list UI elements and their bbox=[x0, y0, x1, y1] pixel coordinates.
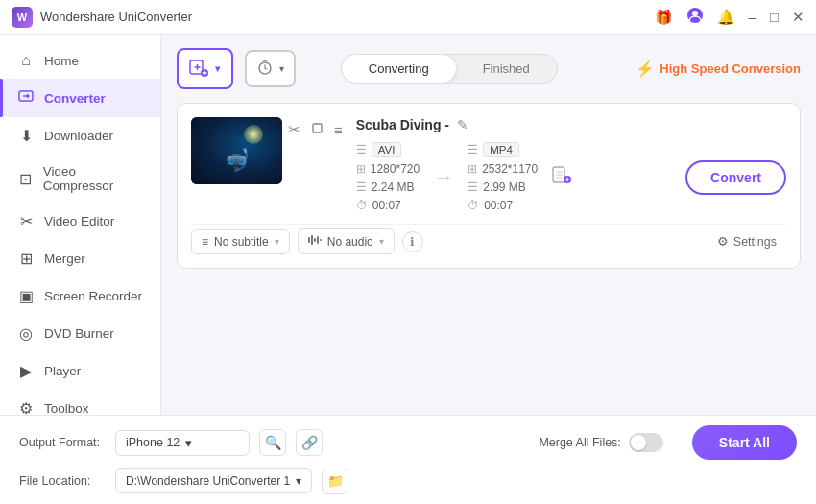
title-bar-left: W Wondershare UniConverter bbox=[12, 7, 192, 28]
target-duration-item: ⏱ 00:07 bbox=[468, 199, 538, 212]
sidebar-item-dvd-burner[interactable]: ◎ DVD Burner bbox=[0, 315, 160, 352]
maximize-icon[interactable]: □ bbox=[770, 9, 779, 25]
sidebar-item-toolbox[interactable]: ⚙ Toolbox bbox=[0, 390, 160, 415]
cut-icon[interactable]: ✂ bbox=[288, 121, 300, 138]
file-card: 🤿 ✂ ≡ bbox=[177, 103, 801, 269]
output-format-select[interactable]: iPhone 12 ▾ bbox=[115, 430, 250, 456]
toolbar: ▾ ▾ Converting Finished bbox=[177, 48, 801, 89]
close-icon[interactable]: ✕ bbox=[792, 9, 804, 26]
effects-icon[interactable]: ≡ bbox=[334, 122, 343, 138]
convert-button[interactable]: Convert bbox=[685, 160, 786, 195]
sidebar-item-label: Video Editor bbox=[44, 214, 114, 228]
crop-icon[interactable] bbox=[310, 121, 324, 138]
thumbnail-action-bar: ✂ ≡ bbox=[288, 117, 343, 142]
file-location-value: D:\Wondershare UniConverter 1 bbox=[126, 474, 290, 488]
add-file-button[interactable]: ▾ bbox=[177, 48, 233, 89]
format-chevron-icon: ▾ bbox=[185, 436, 192, 450]
sidebar-item-downloader[interactable]: ⬇ Downloader bbox=[0, 117, 160, 155]
minimize-icon[interactable]: – bbox=[749, 9, 756, 25]
subtitle-select[interactable]: ≡ No subtitle ▾ bbox=[191, 229, 290, 254]
tab-group: Converting Finished bbox=[341, 54, 558, 84]
bell-icon[interactable]: 🔔 bbox=[717, 9, 735, 26]
format-settings-icon[interactable] bbox=[551, 164, 572, 190]
converter-icon bbox=[17, 88, 35, 108]
svg-rect-6 bbox=[313, 124, 322, 132]
bottom-row-location: File Location: D:\Wondershare UniConvert… bbox=[19, 468, 797, 494]
search-format-button[interactable]: 🔍 bbox=[259, 429, 286, 456]
output-format-value: iPhone 12 bbox=[126, 436, 180, 449]
settings-link-button[interactable]: ⚙ Settings bbox=[708, 229, 786, 253]
target-resolution-item: ⊞ 2532*1170 bbox=[468, 162, 538, 176]
main-layout: ⌂ Home Converter ⬇ Downloader ⊡ Video Co… bbox=[0, 35, 816, 415]
source-size-item: ☰ 2.24 MB bbox=[356, 180, 420, 194]
high-speed-badge[interactable]: ⚡ High Speed Conversion bbox=[636, 60, 801, 78]
file-actions: ✂ ≡ bbox=[288, 117, 343, 142]
target-format-icon: ☰ bbox=[468, 143, 478, 156]
subtitle-label: No subtitle bbox=[214, 235, 269, 249]
gift-icon[interactable]: 🎁 bbox=[655, 9, 673, 26]
edit-filename-icon[interactable]: ✎ bbox=[457, 117, 468, 132]
thumbnail-light bbox=[244, 125, 263, 144]
dvd-burner-icon: ◎ bbox=[17, 324, 35, 343]
speed-label: High Speed Conversion bbox=[660, 61, 801, 76]
tab-finished[interactable]: Finished bbox=[456, 55, 557, 83]
conversion-settings-button[interactable]: ▾ bbox=[245, 50, 296, 87]
account-icon[interactable] bbox=[686, 7, 704, 27]
sidebar-item-label: Home bbox=[44, 54, 79, 68]
source-resolution: 1280*720 bbox=[371, 162, 420, 176]
sidebar-item-label: Converter bbox=[44, 91, 106, 106]
target-size: 2.99 MB bbox=[483, 180, 526, 194]
sidebar-item-player[interactable]: ▶ Player bbox=[0, 352, 160, 390]
sidebar-item-converter[interactable]: Converter bbox=[0, 79, 160, 117]
toggle-thumb bbox=[631, 435, 646, 450]
svg-rect-10 bbox=[311, 235, 313, 245]
target-format-item: ☰ MP4 bbox=[468, 142, 538, 157]
source-duration-item: ⏱ 00:07 bbox=[356, 199, 420, 212]
target-duration: 00:07 bbox=[484, 199, 513, 212]
audio-select[interactable]: No audio ▾ bbox=[298, 228, 395, 254]
player-icon: ▶ bbox=[17, 362, 35, 380]
file-location-label: File Location: bbox=[19, 474, 106, 488]
sidebar-item-merger[interactable]: ⊞ Merger bbox=[0, 240, 160, 277]
sidebar-item-label: Downloader bbox=[44, 129, 113, 143]
conversion-arrow-icon: → bbox=[434, 166, 453, 188]
sidebar-item-home[interactable]: ⌂ Home bbox=[0, 42, 160, 79]
sidebar-item-screen-recorder[interactable]: ▣ Screen Recorder bbox=[0, 277, 160, 315]
add-file-chevron-icon: ▾ bbox=[215, 63, 220, 74]
target-size-icon: ☰ bbox=[468, 180, 478, 194]
app-title: Wondershare UniConverter bbox=[40, 10, 192, 24]
target-resolution: 2532*1170 bbox=[482, 162, 538, 176]
link-button[interactable]: 🔗 bbox=[296, 429, 323, 456]
target-resolution-icon: ⊞ bbox=[468, 162, 477, 176]
start-all-button[interactable]: Start All bbox=[692, 425, 797, 460]
sidebar-item-video-compressor[interactable]: ⊡ Video Compressor bbox=[0, 155, 160, 203]
svg-rect-9 bbox=[308, 237, 310, 243]
video-compressor-icon: ⊡ bbox=[17, 170, 34, 188]
home-icon: ⌂ bbox=[17, 52, 35, 69]
sidebar-item-label: DVD Burner bbox=[44, 326, 114, 341]
thumbnail-bg: 🤿 bbox=[191, 117, 282, 184]
svg-rect-12 bbox=[317, 236, 319, 244]
info-icon: ℹ bbox=[410, 235, 415, 249]
downloader-icon: ⬇ bbox=[17, 127, 35, 145]
file-card-bottom: ≡ No subtitle ▾ No audio bbox=[191, 224, 786, 254]
file-name: Scuba Diving - bbox=[356, 117, 449, 132]
app-logo: W bbox=[12, 7, 33, 28]
settings-gear-icon: ⚙ bbox=[717, 234, 729, 249]
file-location-select[interactable]: D:\Wondershare UniConverter 1 ▾ bbox=[115, 468, 312, 493]
settings-link-label: Settings bbox=[733, 235, 777, 249]
sidebar-item-label: Player bbox=[44, 364, 81, 378]
info-button[interactable]: ℹ bbox=[402, 231, 423, 252]
subtitle-icon: ≡ bbox=[202, 235, 208, 249]
sidebar-item-video-editor[interactable]: ✂ Video Editor bbox=[0, 203, 160, 240]
format-icon: ☰ bbox=[356, 143, 367, 156]
merge-toggle[interactable] bbox=[629, 433, 663, 452]
target-meta: ☰ MP4 ⊞ 2532*1170 ☰ 2.99 MB bbox=[468, 142, 538, 212]
link-icon: 🔗 bbox=[301, 435, 318, 450]
browse-folder-button[interactable]: 📁 bbox=[322, 468, 348, 494]
content-area: ▾ ▾ Converting Finished bbox=[161, 35, 816, 415]
target-duration-icon: ⏱ bbox=[468, 199, 479, 212]
audio-wave-icon bbox=[308, 234, 322, 249]
output-format-label: Output Format: bbox=[19, 436, 106, 449]
tab-converting[interactable]: Converting bbox=[342, 55, 456, 83]
